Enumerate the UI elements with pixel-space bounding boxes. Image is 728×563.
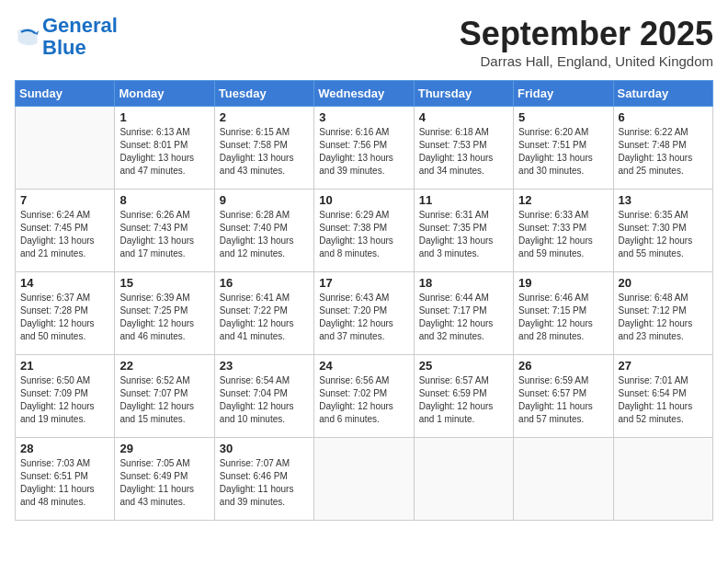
header-saturday: Saturday <box>613 81 712 107</box>
day-cell: 30Sunrise: 7:07 AM Sunset: 6:46 PM Dayli… <box>214 438 313 521</box>
day-number: 13 <box>619 193 708 207</box>
day-info: Sunrise: 7:01 AM Sunset: 6:54 PM Dayligh… <box>619 374 708 426</box>
day-cell: 20Sunrise: 6:48 AM Sunset: 7:12 PM Dayli… <box>613 272 712 355</box>
week-row-0: 1Sunrise: 6:13 AM Sunset: 8:01 PM Daylig… <box>16 107 713 190</box>
logo: General Blue <box>15 15 118 59</box>
day-info: Sunrise: 6:28 AM Sunset: 7:40 PM Dayligh… <box>220 209 309 260</box>
day-info: Sunrise: 6:26 AM Sunset: 7:43 PM Dayligh… <box>119 209 209 260</box>
day-number: 20 <box>619 276 708 290</box>
day-cell: 28Sunrise: 7:03 AM Sunset: 6:51 PM Dayli… <box>16 438 115 521</box>
day-info: Sunrise: 6:31 AM Sunset: 7:35 PM Dayligh… <box>419 209 508 260</box>
day-info: Sunrise: 6:59 AM Sunset: 6:57 PM Dayligh… <box>518 374 608 426</box>
day-number: 3 <box>319 110 408 124</box>
day-cell: 10Sunrise: 6:29 AM Sunset: 7:38 PM Dayli… <box>314 190 414 272</box>
day-info: Sunrise: 6:29 AM Sunset: 7:38 PM Dayligh… <box>319 209 408 260</box>
day-info: Sunrise: 6:57 AM Sunset: 6:59 PM Dayligh… <box>419 374 508 426</box>
day-info: Sunrise: 6:20 AM Sunset: 7:51 PM Dayligh… <box>518 126 608 178</box>
day-number: 7 <box>20 193 109 207</box>
day-info: Sunrise: 6:41 AM Sunset: 7:22 PM Dayligh… <box>220 292 309 343</box>
day-cell <box>514 438 613 521</box>
calendar: SundayMondayTuesdayWednesdayThursdayFrid… <box>15 80 713 521</box>
day-cell: 25Sunrise: 6:57 AM Sunset: 6:59 PM Dayli… <box>414 355 513 438</box>
week-row-3: 21Sunrise: 6:50 AM Sunset: 7:09 PM Dayli… <box>16 355 713 438</box>
day-number: 9 <box>220 193 309 207</box>
day-number: 10 <box>319 193 408 207</box>
day-info: Sunrise: 6:54 AM Sunset: 7:04 PM Dayligh… <box>220 374 309 426</box>
day-info: Sunrise: 6:24 AM Sunset: 7:45 PM Dayligh… <box>20 209 109 260</box>
calendar-header-row: SundayMondayTuesdayWednesdayThursdayFrid… <box>16 81 713 107</box>
day-cell: 3Sunrise: 6:16 AM Sunset: 7:56 PM Daylig… <box>314 107 414 190</box>
day-number: 25 <box>419 359 508 373</box>
day-cell: 13Sunrise: 6:35 AM Sunset: 7:30 PM Dayli… <box>613 190 712 272</box>
header-sunday: Sunday <box>16 81 115 107</box>
day-info: Sunrise: 6:16 AM Sunset: 7:56 PM Dayligh… <box>319 126 408 178</box>
day-cell <box>16 107 115 190</box>
day-cell: 1Sunrise: 6:13 AM Sunset: 8:01 PM Daylig… <box>115 107 214 190</box>
day-cell: 2Sunrise: 6:15 AM Sunset: 7:58 PM Daylig… <box>214 107 313 190</box>
day-cell: 27Sunrise: 7:01 AM Sunset: 6:54 PM Dayli… <box>613 355 712 438</box>
day-info: Sunrise: 7:05 AM Sunset: 6:49 PM Dayligh… <box>119 457 209 509</box>
day-number: 27 <box>619 359 708 373</box>
day-cell: 5Sunrise: 6:20 AM Sunset: 7:51 PM Daylig… <box>514 107 613 190</box>
day-number: 19 <box>518 276 608 290</box>
day-cell: 18Sunrise: 6:44 AM Sunset: 7:17 PM Dayli… <box>414 272 513 355</box>
day-cell: 16Sunrise: 6:41 AM Sunset: 7:22 PM Dayli… <box>214 272 313 355</box>
day-info: Sunrise: 6:48 AM Sunset: 7:12 PM Dayligh… <box>619 292 708 343</box>
day-number: 4 <box>419 110 508 124</box>
day-number: 30 <box>220 442 309 455</box>
day-info: Sunrise: 6:37 AM Sunset: 7:28 PM Dayligh… <box>20 292 109 343</box>
day-cell: 15Sunrise: 6:39 AM Sunset: 7:25 PM Dayli… <box>115 272 214 355</box>
day-info: Sunrise: 6:56 AM Sunset: 7:02 PM Dayligh… <box>319 374 408 426</box>
day-number: 1 <box>119 110 209 124</box>
day-info: Sunrise: 6:35 AM Sunset: 7:30 PM Dayligh… <box>619 209 708 260</box>
month-title: September 2025 <box>460 15 713 53</box>
logo-text: General Blue <box>42 15 118 59</box>
day-cell: 9Sunrise: 6:28 AM Sunset: 7:40 PM Daylig… <box>214 190 313 272</box>
day-info: Sunrise: 6:52 AM Sunset: 7:07 PM Dayligh… <box>119 374 209 426</box>
day-cell: 4Sunrise: 6:18 AM Sunset: 7:53 PM Daylig… <box>414 107 513 190</box>
day-info: Sunrise: 6:50 AM Sunset: 7:09 PM Dayligh… <box>20 374 109 426</box>
day-info: Sunrise: 6:39 AM Sunset: 7:25 PM Dayligh… <box>119 292 209 343</box>
day-number: 21 <box>20 359 109 373</box>
day-number: 22 <box>119 359 209 373</box>
header-friday: Friday <box>514 81 613 107</box>
day-number: 28 <box>20 442 109 455</box>
day-cell: 19Sunrise: 6:46 AM Sunset: 7:15 PM Dayli… <box>514 272 613 355</box>
day-number: 2 <box>220 110 309 124</box>
day-info: Sunrise: 6:15 AM Sunset: 7:58 PM Dayligh… <box>220 126 309 178</box>
day-cell: 11Sunrise: 6:31 AM Sunset: 7:35 PM Dayli… <box>414 190 513 272</box>
day-cell <box>314 438 414 521</box>
title-block: September 2025 Darras Hall, England, Uni… <box>460 15 713 69</box>
day-number: 17 <box>319 276 408 290</box>
day-info: Sunrise: 7:03 AM Sunset: 6:51 PM Dayligh… <box>20 457 109 509</box>
day-number: 12 <box>518 193 608 207</box>
day-info: Sunrise: 6:13 AM Sunset: 8:01 PM Dayligh… <box>119 126 209 178</box>
day-cell: 22Sunrise: 6:52 AM Sunset: 7:07 PM Dayli… <box>115 355 214 438</box>
day-number: 6 <box>619 110 708 124</box>
day-number: 15 <box>119 276 209 290</box>
day-number: 14 <box>20 276 109 290</box>
day-info: Sunrise: 6:46 AM Sunset: 7:15 PM Dayligh… <box>518 292 608 343</box>
header-tuesday: Tuesday <box>214 81 313 107</box>
day-info: Sunrise: 6:43 AM Sunset: 7:20 PM Dayligh… <box>319 292 408 343</box>
day-info: Sunrise: 6:44 AM Sunset: 7:17 PM Dayligh… <box>419 292 508 343</box>
day-cell: 8Sunrise: 6:26 AM Sunset: 7:43 PM Daylig… <box>115 190 214 272</box>
week-row-4: 28Sunrise: 7:03 AM Sunset: 6:51 PM Dayli… <box>16 438 713 521</box>
day-cell: 21Sunrise: 6:50 AM Sunset: 7:09 PM Dayli… <box>16 355 115 438</box>
day-cell <box>414 438 513 521</box>
day-cell <box>613 438 712 521</box>
day-info: Sunrise: 6:18 AM Sunset: 7:53 PM Dayligh… <box>419 126 508 178</box>
day-cell: 7Sunrise: 6:24 AM Sunset: 7:45 PM Daylig… <box>16 190 115 272</box>
day-info: Sunrise: 6:22 AM Sunset: 7:48 PM Dayligh… <box>619 126 708 178</box>
day-number: 11 <box>419 193 508 207</box>
day-cell: 26Sunrise: 6:59 AM Sunset: 6:57 PM Dayli… <box>514 355 613 438</box>
week-row-2: 14Sunrise: 6:37 AM Sunset: 7:28 PM Dayli… <box>16 272 713 355</box>
day-number: 18 <box>419 276 508 290</box>
header-wednesday: Wednesday <box>314 81 414 107</box>
day-cell: 14Sunrise: 6:37 AM Sunset: 7:28 PM Dayli… <box>16 272 115 355</box>
day-cell: 17Sunrise: 6:43 AM Sunset: 7:20 PM Dayli… <box>314 272 414 355</box>
day-number: 29 <box>119 442 209 455</box>
day-cell: 23Sunrise: 6:54 AM Sunset: 7:04 PM Dayli… <box>214 355 313 438</box>
day-cell: 6Sunrise: 6:22 AM Sunset: 7:48 PM Daylig… <box>613 107 712 190</box>
day-number: 24 <box>319 359 408 373</box>
